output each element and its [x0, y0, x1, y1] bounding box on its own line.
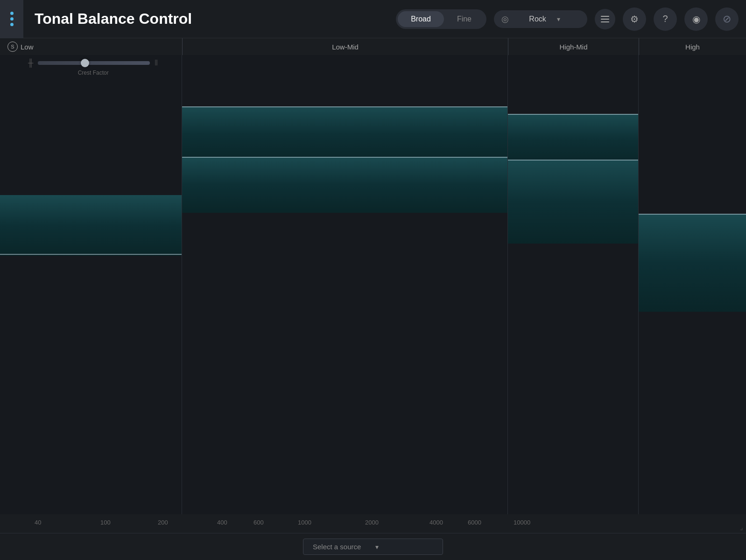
waveform-right-icon: ⦀ — [155, 58, 158, 68]
freq-label-10000: 10000 — [514, 519, 530, 526]
band-label-high: High — [685, 43, 700, 51]
hamburger-line-2 — [601, 19, 609, 20]
app-title: Tonal Balance Control — [35, 10, 192, 28]
resize-handle[interactable]: ⌟ — [740, 524, 743, 531]
band-label-low-mid: Low-Mid — [332, 43, 359, 51]
headphone-button[interactable]: ◉ — [684, 7, 708, 31]
tonal-line-highmid-2 — [508, 160, 638, 161]
band-viz-low — [0, 55, 182, 514]
band-label-low: Low — [21, 43, 34, 51]
dot-3 — [10, 23, 14, 26]
dot-1 — [10, 12, 14, 15]
freq-label-600: 600 — [253, 519, 264, 526]
hamburger-button[interactable] — [595, 9, 615, 29]
freq-label-4000: 4000 — [429, 519, 443, 526]
preset-selector[interactable]: ◎ Rock ▾ — [494, 10, 587, 28]
tonal-line-lowmid-2 — [182, 157, 507, 158]
waveform-left-icon: ╫ — [28, 59, 33, 67]
mute-icon: ⊘ — [723, 13, 731, 25]
bottom-bar: Select a source ▾ — [0, 533, 746, 560]
settings-button[interactable]: ⚙ — [623, 7, 646, 31]
hamburger-line-3 — [601, 21, 609, 22]
band-viz-high-mid — [508, 55, 639, 514]
band-viz-high — [639, 55, 746, 514]
band-header-high: High — [639, 38, 746, 55]
select-source-label: Select a source — [313, 543, 371, 551]
main-content: S Low Low-Mid High-Mid High ╫ ⦀ — [0, 38, 746, 533]
question-icon: ? — [662, 14, 668, 24]
dot-2 — [10, 17, 14, 21]
slider-track — [38, 61, 150, 65]
freq-label-1000: 1000 — [298, 519, 311, 526]
freq-label-400: 400 — [217, 519, 227, 526]
band-headers: S Low Low-Mid High-Mid High — [0, 38, 746, 55]
band-header-low: S Low — [0, 38, 182, 55]
freq-label-6000: 6000 — [468, 519, 481, 526]
bands-container: S Low Low-Mid High-Mid High ╫ ⦀ — [0, 38, 746, 533]
tonal-block-low-1 — [0, 195, 182, 256]
crest-factor-label: Crest Factor — [78, 70, 109, 76]
freq-label-2000: 2000 — [365, 519, 379, 526]
hamburger-line-1 — [601, 16, 609, 17]
freq-label-100: 100 — [100, 519, 111, 526]
tonal-block-lowmid-2 — [182, 157, 507, 213]
band-header-low-mid: Low-Mid — [182, 38, 508, 55]
slider-thumb — [81, 59, 89, 67]
source-chevron-icon: ▾ — [375, 543, 433, 551]
tonal-line-lowmid-1 — [182, 106, 507, 107]
dots-menu[interactable] — [0, 0, 23, 38]
header: Tonal Balance Control Broad Fine ◎ Rock … — [0, 0, 746, 38]
tonal-block-highmid-1 — [508, 114, 638, 165]
freq-labels-container: 40 100 200 400 600 1000 2000 4000 6000 1… — [0, 514, 746, 533]
tonal-line-high-1 — [639, 214, 746, 215]
tonal-line-low-1 — [0, 254, 182, 255]
help-button[interactable]: ? — [654, 7, 677, 31]
tonal-line-highmid-1 — [508, 114, 638, 115]
source-selector[interactable]: Select a source ▾ — [303, 539, 443, 555]
target-icon: ◎ — [501, 14, 524, 24]
mute-button[interactable]: ⊘ — [715, 7, 739, 31]
freq-label-200: 200 — [158, 519, 168, 526]
viz-area — [0, 55, 746, 514]
broad-fine-toggle: Broad Fine — [396, 9, 486, 29]
tonal-block-highmid-2 — [508, 160, 638, 244]
tonal-block-lowmid-1 — [182, 106, 507, 162]
s-badge: S — [7, 42, 18, 52]
crest-factor-area: ╫ ⦀ Crest Factor — [28, 58, 158, 76]
band-label-high-mid: High-Mid — [559, 43, 587, 51]
headphone-icon: ◉ — [692, 14, 700, 25]
broad-button[interactable]: Broad — [398, 11, 444, 27]
x-axis: 40 100 200 400 600 1000 2000 4000 6000 1… — [0, 514, 746, 533]
fine-button[interactable]: Fine — [444, 11, 485, 27]
freq-label-40: 40 — [35, 519, 41, 526]
tonal-block-high-1 — [639, 214, 746, 312]
slider-row: ╫ ⦀ — [28, 58, 158, 68]
preset-name: Rock — [529, 15, 552, 23]
band-viz-low-mid — [182, 55, 508, 514]
band-header-high-mid: High-Mid — [508, 38, 639, 55]
settings-icon: ⚙ — [630, 14, 639, 25]
crest-factor-slider[interactable] — [38, 61, 150, 65]
preset-chevron-icon: ▾ — [557, 15, 580, 23]
